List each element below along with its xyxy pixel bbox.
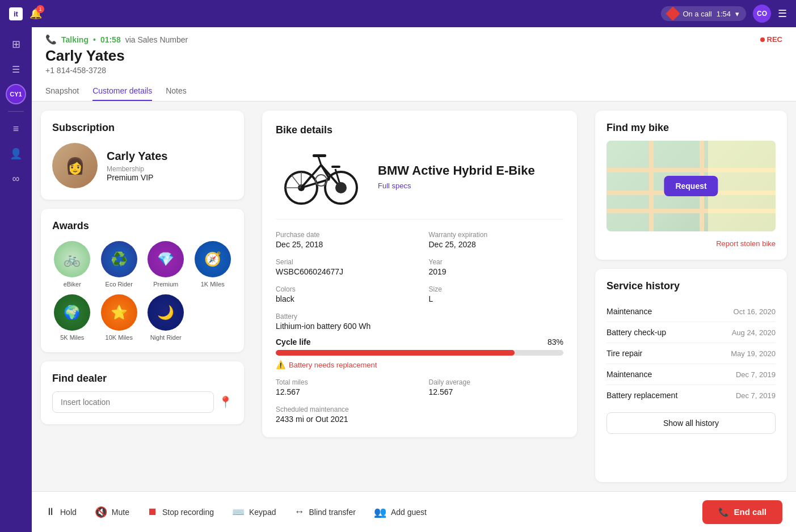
blind-transfer-label: Blind transfer [309, 508, 355, 517]
service-name-4: Battery replacement [607, 391, 677, 400]
battery-warning: ⚠️ Battery needs replacement [276, 360, 563, 369]
on-call-time: 1:54 [717, 10, 731, 18]
navbar: it 🔔 1 On a call 1:54 ▾ CO ☰ [0, 0, 796, 27]
find-bike-title: Find my bike [607, 122, 776, 134]
add-guest-button[interactable]: 👥 Add guest [374, 506, 427, 518]
award-ebiker: 🚲 eBiker [52, 241, 92, 288]
add-guest-icon: 👥 [374, 506, 386, 518]
add-guest-label: Add guest [391, 508, 427, 517]
hold-icon: ⏸ [45, 506, 56, 518]
hold-button[interactable]: ⏸ Hold [45, 506, 77, 518]
award-eco-rider: ♻️ Eco Rider [99, 241, 140, 288]
cycle-life-pct: 83% [547, 337, 563, 347]
cycle-life-progress [276, 350, 563, 356]
right-column: Find my bike Request [586, 102, 796, 491]
full-specs-link[interactable]: Full specs [378, 181, 535, 190]
service-item-4: Battery replacement Dec 7, 2019 [607, 385, 776, 406]
sidebar-item-dashboard[interactable]: ⊞ [6, 34, 26, 54]
hold-label: Hold [60, 508, 77, 517]
bike-svg [276, 145, 367, 208]
year-label: Year [429, 258, 564, 266]
user-avatar[interactable]: CO [753, 5, 771, 23]
award-night-icon: 🌙 [148, 294, 184, 331]
warning-icon: ⚠️ [276, 360, 285, 369]
keypad-icon: ⌨️ [232, 506, 245, 518]
navbar-right: On a call 1:54 ▾ CO ☰ [661, 5, 787, 23]
on-call-diamond-icon [666, 6, 680, 20]
awards-card: Awards 🚲 eBiker ♻️ Eco Rider 💎 Premium [41, 209, 244, 352]
bike-specs-grid: Purchase date Dec 25, 2018 Warranty expi… [276, 231, 563, 424]
service-date-3: Dec 7, 2019 [736, 370, 776, 379]
colors-spec: Colors black [276, 285, 411, 303]
size-spec: Size L [429, 285, 564, 303]
mute-label: Mute [112, 508, 129, 517]
daily-avg-label: Daily average [429, 378, 564, 386]
notification-bell[interactable]: 🔔 1 [30, 7, 42, 20]
call-timer: 01:58 [100, 35, 121, 44]
on-call-label: On a call [683, 10, 711, 18]
bottom-actions: ⏸ Hold 🔇 Mute ⏹ Stop recording ⌨️ Keypad… [45, 506, 427, 518]
left-sidebar: ⊞ ☰ CY 1 ≡ 👤 ∞ [0, 27, 32, 532]
warranty-value: Dec 25, 2028 [429, 240, 564, 249]
service-date-4: Dec 7, 2019 [736, 391, 776, 400]
call-header: 📞 Talking • 01:58 via Sales Number REC C… [32, 27, 796, 102]
mute-button[interactable]: 🔇 Mute [95, 506, 129, 518]
awards-title: Awards [52, 220, 233, 232]
service-item-2: Tire repair May 19, 2020 [607, 343, 776, 364]
battery-section: Battery Lithium-ion battery 600 Wh Cycle… [276, 313, 563, 369]
sidebar-item-contacts[interactable]: 👤 [6, 143, 26, 164]
service-history-card: Service history Maintenance Oct 16, 2020… [595, 269, 787, 482]
tabs: Snapshot Customer details Notes [45, 82, 782, 101]
tab-notes[interactable]: Notes [166, 82, 187, 101]
hamburger-menu-icon[interactable]: ☰ [778, 7, 787, 20]
scheduled-value: 2433 mi or Out 2021 [276, 415, 563, 424]
sidebar-item-tasks[interactable]: ≡ [6, 119, 26, 139]
stop-recording-icon: ⏹ [148, 506, 158, 518]
svg-rect-13 [313, 154, 326, 157]
end-call-button[interactable]: 📞 End call [702, 500, 782, 524]
cycle-life-label: Cycle life [276, 337, 310, 347]
subscription-user-name: Carly Yates [107, 150, 168, 163]
keypad-button[interactable]: ⌨️ Keypad [232, 506, 276, 518]
dealer-location-input[interactable] [52, 391, 214, 413]
total-miles-value: 12.567 [276, 387, 411, 396]
request-button[interactable]: Request [664, 176, 718, 196]
end-call-label: End call [734, 507, 766, 517]
battery-value: Lithium-ion battery 600 Wh [276, 322, 563, 331]
rec-badge: REC [760, 35, 782, 44]
service-name-1: Battery check-up [607, 328, 666, 337]
navbar-logo[interactable]: it [9, 7, 23, 20]
serial-value: WSBC606024677J [276, 267, 411, 276]
main-layout: ⊞ ☰ CY 1 ≡ 👤 ∞ 📞 Talking • 01:58 via Sal… [0, 27, 796, 532]
sidebar-avatar[interactable]: CY 1 [6, 84, 26, 104]
tab-customer-details[interactable]: Customer details [92, 82, 152, 101]
award-5k: 🌍 5K Miles [52, 294, 92, 341]
mute-icon: 🔇 [95, 506, 107, 518]
find-bike-card: Find my bike Request [595, 111, 787, 260]
bike-header: BMW Active Hybrid E-Bike Full specs [276, 145, 563, 219]
service-history-title: Service history [607, 280, 776, 292]
dropdown-arrow-icon[interactable]: ▾ [735, 10, 739, 18]
sidebar-divider [8, 111, 24, 112]
blind-transfer-button[interactable]: ↔️ Blind transfer [294, 506, 355, 518]
talking-status: Talking [61, 35, 89, 44]
subscription-user: 👩 Carly Yates Membership Premium VIP [52, 143, 233, 188]
rec-label: REC [767, 35, 782, 44]
report-stolen-link[interactable]: Report stolen bike [716, 239, 776, 248]
find-dealer-card: Find dealer 📍 [41, 361, 244, 424]
stop-recording-button[interactable]: ⏹ Stop recording [148, 506, 214, 518]
location-pin-icon[interactable]: 📍 [218, 395, 233, 409]
customer-phone: +1 814-458-3728 [45, 66, 782, 75]
bike-image [276, 145, 367, 208]
tab-snapshot[interactable]: Snapshot [45, 82, 79, 101]
service-date-1: Aug 24, 2020 [732, 328, 776, 337]
on-call-badge[interactable]: On a call 1:54 ▾ [661, 6, 746, 21]
sidebar-menu-toggle[interactable]: ☰ [6, 59, 26, 79]
award-eco-icon: ♻️ [101, 241, 137, 277]
awards-grid: 🚲 eBiker ♻️ Eco Rider 💎 Premium 🧭 [52, 241, 233, 341]
show-all-history-button[interactable]: Show all history [607, 412, 776, 434]
rec-dot-icon [760, 37, 765, 42]
find-dealer-title: Find dealer [52, 373, 233, 385]
sidebar-item-integrations[interactable]: ∞ [6, 168, 26, 189]
subscription-card: Subscription 👩 Carly Yates Membership Pr… [41, 111, 244, 200]
